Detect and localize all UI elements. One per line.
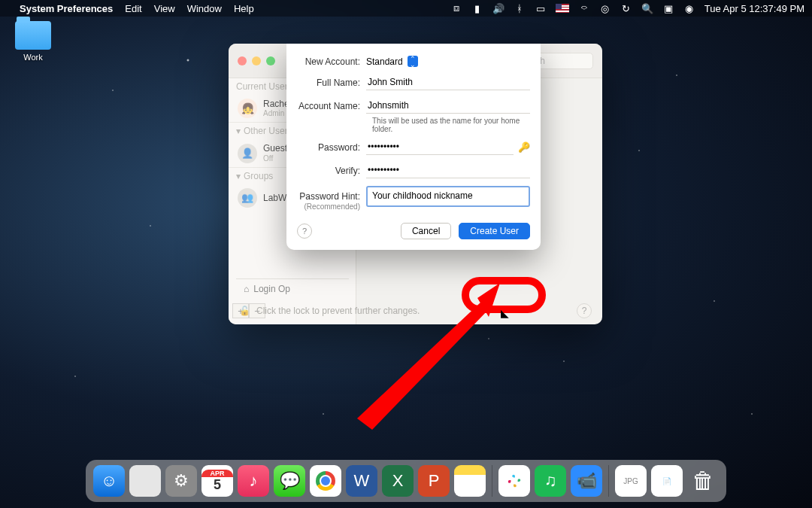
dock-separator: [608, 465, 609, 497]
group-icon: 👥: [238, 188, 257, 208]
folder-label: Work: [9, 53, 57, 62]
hint-recommended: (Recommended): [297, 202, 366, 211]
dock-separator: [492, 465, 492, 497]
password-key-icon[interactable]: 🔑: [518, 141, 530, 153]
maximize-button[interactable]: [266, 56, 275, 65]
dropbox-icon[interactable]: ⧈: [450, 2, 462, 14]
password-label: Password:: [297, 142, 366, 153]
dock-file-doc[interactable]: 📄: [651, 465, 683, 497]
password-field[interactable]: [366, 139, 514, 155]
sheet-help-button[interactable]: ?: [297, 224, 312, 239]
create-user-button[interactable]: Create User: [459, 223, 530, 239]
minimize-button[interactable]: [252, 56, 261, 65]
dock-slack[interactable]: [498, 465, 530, 497]
menu-window[interactable]: Window: [187, 3, 222, 14]
lock-text: Click the lock to prevent further change…: [256, 306, 420, 316]
dock-notes[interactable]: [454, 465, 486, 497]
menu-edit[interactable]: Edit: [125, 3, 141, 14]
password-hint-field[interactable]: Your childhood nickname: [366, 186, 530, 207]
menu-help[interactable]: Help: [234, 3, 254, 14]
close-button[interactable]: [238, 56, 247, 65]
dock-zoom[interactable]: 📹: [571, 465, 602, 497]
bluetooth-icon[interactable]: ᚼ: [514, 2, 526, 14]
folder-icon: [15, 21, 51, 50]
dock-file-jpg[interactable]: JPG: [615, 465, 647, 497]
desktop-folder-work[interactable]: Work: [9, 21, 57, 62]
new-account-select[interactable]: Standard ⌃⌄: [366, 56, 418, 67]
dock-spotify[interactable]: ♫: [535, 465, 566, 497]
hint-label: Password Hint:: [297, 191, 366, 202]
new-user-sheet: New Account: Standard ⌃⌄ Full Name: Acco…: [286, 44, 541, 250]
timemachine-icon[interactable]: ↻: [620, 2, 632, 14]
avatar-icon: 👧: [238, 99, 257, 118]
control-center-icon[interactable]: ▣: [662, 2, 674, 14]
full-name-field[interactable]: [366, 75, 530, 90]
cancel-button[interactable]: Cancel: [401, 223, 451, 239]
lock-bar: 🔓 Click the lock to prevent further chan…: [229, 297, 602, 324]
help-button[interactable]: ?: [577, 303, 592, 318]
wifi-icon[interactable]: ⌔: [578, 2, 590, 14]
lock-icon[interactable]: 🔓: [239, 306, 250, 316]
account-name-hint: This will be used as the name for your h…: [372, 117, 530, 133]
dock-chrome[interactable]: [310, 465, 341, 497]
siri-icon[interactable]: ◉: [683, 2, 695, 14]
guest-icon: 👤: [238, 144, 257, 163]
user-icon[interactable]: ◎: [599, 2, 611, 14]
dock-finder[interactable]: ☺: [93, 465, 125, 497]
dock-messages[interactable]: 💬: [274, 465, 305, 497]
dock-music[interactable]: ♪: [238, 465, 269, 497]
dock-calendar[interactable]: APR5: [201, 465, 233, 497]
dock-powerpoint[interactable]: P: [418, 465, 450, 497]
traffic-lights: [238, 56, 275, 65]
menu-view[interactable]: View: [154, 3, 175, 14]
select-arrows-icon: ⌃⌄: [408, 56, 418, 67]
new-account-label: New Account:: [297, 56, 366, 67]
dock-trash[interactable]: 🗑: [687, 465, 719, 497]
dock-system-preferences[interactable]: ⚙: [165, 465, 197, 497]
verify-field[interactable]: [366, 163, 530, 178]
dock-excel[interactable]: X: [382, 465, 414, 497]
full-name-label: Full Name:: [297, 78, 366, 88]
menubar-clock[interactable]: Tue Apr 5 12:37:49 PM: [704, 3, 804, 14]
spotlight-icon[interactable]: 🔍: [641, 2, 653, 14]
battery-icon[interactable]: ▭: [535, 2, 547, 14]
app-menu[interactable]: System Preferences: [20, 3, 113, 14]
account-name-label: Account Name:: [297, 101, 366, 111]
volume-icon[interactable]: 🔊: [492, 2, 504, 14]
dock: ☺ ⚙ APR5 ♪ 💬 W X P ♫ 📹 JPG 📄 🗑: [86, 460, 726, 502]
dock-launchpad[interactable]: [129, 465, 161, 497]
account-name-field[interactable]: [366, 98, 530, 114]
verify-label: Verify:: [297, 166, 366, 176]
login-options[interactable]: ⌂ Login Op: [236, 278, 349, 299]
home-icon: ⌂: [244, 284, 249, 294]
dock-word[interactable]: W: [346, 465, 377, 497]
menubar: System Preferences Edit View Window Help…: [0, 0, 812, 17]
input-source-icon[interactable]: [556, 4, 569, 13]
device-icon[interactable]: ▮: [471, 2, 483, 14]
